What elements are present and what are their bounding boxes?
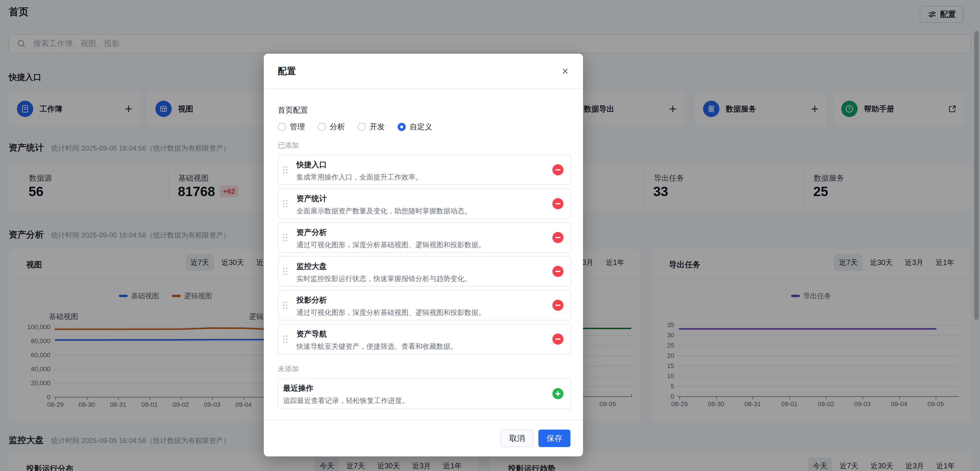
- module-description: 全面展示数据资产数量及变化，助您随时掌握数据动态。: [296, 206, 571, 216]
- module-title: 快捷入口: [296, 160, 571, 170]
- drag-handle-icon[interactable]: [283, 200, 287, 208]
- module-description: 通过可视化图形，深度分析基础视图、逻辑视图和投影数据。: [296, 240, 571, 249]
- module-title: 监控大盘: [296, 261, 571, 271]
- plus-icon-bar: [557, 391, 558, 396]
- module-title: 资产统计: [296, 193, 571, 204]
- drag-handle-icon[interactable]: [283, 335, 287, 343]
- module-title: 资产分析: [296, 227, 571, 238]
- dialog-footer: 取消 保存: [264, 420, 583, 457]
- module-title: 最近操作: [283, 383, 571, 393]
- module-description: 实时监控投影运行状态，快速掌握报错分析与趋势变化。: [296, 274, 571, 283]
- add-module-button[interactable]: [552, 388, 563, 399]
- home-config-label: 首页配置: [278, 105, 571, 115]
- app-screen: 首页 配置 搜索工作簿、视图、投影 快捷入口 资产统计 统计时间 2025-09…: [0, 0, 980, 471]
- radio-button-icon[interactable]: [358, 123, 366, 131]
- remove-module-button[interactable]: [552, 334, 563, 345]
- config-module-card[interactable]: 资产分析通过可视化图形，深度分析基础视图、逻辑视图和投影数据。: [278, 222, 571, 253]
- minus-icon: [555, 338, 560, 340]
- radio-label: 自定义: [410, 122, 432, 132]
- radio-option-1[interactable]: 管理: [278, 122, 305, 132]
- remove-module-button[interactable]: [552, 164, 563, 176]
- dialog-title: 配置: [278, 65, 296, 77]
- remove-module-button[interactable]: [552, 198, 563, 209]
- radio-label: 分析: [330, 122, 345, 132]
- save-button[interactable]: 保存: [538, 429, 570, 447]
- close-icon[interactable]: ×: [560, 65, 570, 77]
- minus-icon: [555, 271, 560, 272]
- config-module-card[interactable]: 资产导航快速导航至关键资产，便捷筛选、查看和收藏数据。: [278, 324, 571, 354]
- remove-module-button[interactable]: [552, 300, 563, 311]
- radio-button-icon[interactable]: [278, 123, 286, 131]
- added-section-label: 已添加: [278, 141, 571, 150]
- module-title: 投影分析: [296, 295, 571, 305]
- config-module-card[interactable]: 最近操作追踪最近查看记录，轻松恢复工作进度。: [278, 378, 571, 409]
- drag-handle-icon[interactable]: [283, 166, 287, 174]
- minus-icon: [555, 237, 560, 238]
- home-config-radio-group: 管理分析开发自定义: [278, 122, 571, 132]
- minus-icon: [555, 169, 560, 171]
- cancel-button[interactable]: 取消: [501, 429, 534, 447]
- config-module-card[interactable]: 投影分析通过可视化图形，深度分析基础视图、逻辑视图和投影数据。: [278, 290, 571, 321]
- config-module-card[interactable]: 监控大盘实时监控投影运行状态，快速掌握报错分析与趋势变化。: [278, 256, 571, 287]
- drag-handle-icon[interactable]: [283, 234, 287, 241]
- config-module-card[interactable]: 资产统计全面展示数据资产数量及变化，助您随时掌握数据动态。: [278, 188, 571, 219]
- config-module-card[interactable]: 快捷入口集成常用操作入口，全面提升工作效率。: [278, 155, 571, 185]
- dialog-body: 首页配置 管理分析开发自定义 已添加 快捷入口集成常用操作入口，全面提升工作效率…: [264, 89, 583, 420]
- module-title: 资产导航: [296, 329, 571, 339]
- radio-option-3[interactable]: 开发: [358, 122, 385, 132]
- module-description: 快速导航至关键资产，便捷筛选、查看和收藏数据。: [296, 342, 571, 351]
- minus-icon: [555, 305, 560, 306]
- module-description: 通过可视化图形，深度分析基础视图、逻辑视图和投影数据。: [296, 308, 571, 317]
- module-description: 追踪最近查看记录，轻松恢复工作进度。: [283, 396, 571, 406]
- radio-button-icon[interactable]: [318, 123, 326, 131]
- radio-label: 开发: [370, 122, 385, 132]
- radio-label: 管理: [290, 122, 305, 132]
- remove-module-button[interactable]: [552, 266, 563, 277]
- config-dialog: 配置 × 首页配置 管理分析开发自定义 已添加 快捷入口集成常用操作入口，全面提…: [264, 54, 583, 457]
- dialog-header: 配置 ×: [264, 54, 583, 89]
- radio-option-2[interactable]: 分析: [318, 122, 345, 132]
- radio-button-icon[interactable]: [398, 123, 406, 131]
- not-added-section-label: 未添加: [278, 364, 571, 374]
- drag-handle-icon[interactable]: [283, 268, 287, 275]
- radio-option-4[interactable]: 自定义: [398, 122, 432, 132]
- minus-icon: [555, 203, 560, 204]
- remove-module-button[interactable]: [552, 232, 563, 243]
- module-description: 集成常用操作入口，全面提升工作效率。: [296, 172, 571, 182]
- drag-handle-icon[interactable]: [283, 302, 287, 309]
